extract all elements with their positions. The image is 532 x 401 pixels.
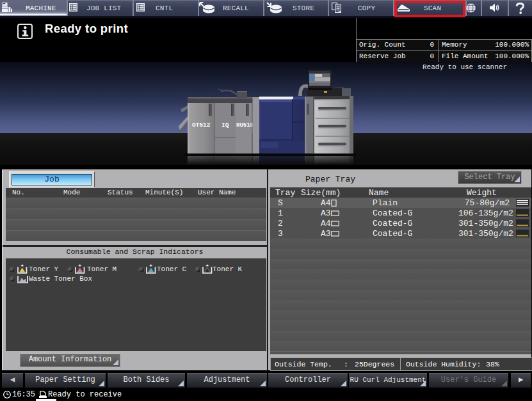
svg-text:OT512: OT512: [192, 122, 211, 129]
svg-text:IQ: IQ: [222, 122, 229, 129]
svg-text:RU518: RU518: [236, 122, 254, 129]
